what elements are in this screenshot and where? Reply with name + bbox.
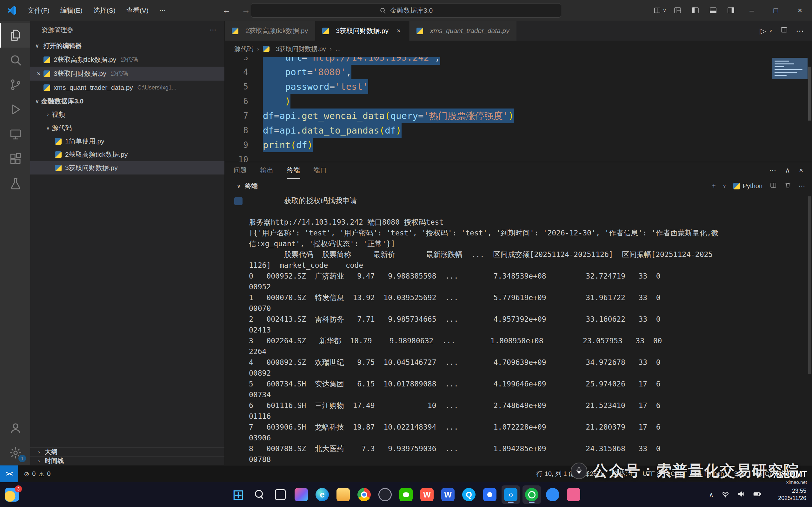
code-line-9[interactable]: 9 print(df) — [225, 138, 767, 152]
panel-more-icon[interactable]: ⋯ — [769, 166, 776, 174]
window-maximize-button[interactable]: □ — [764, 0, 788, 21]
taskbar-dingtalk-icon[interactable] — [543, 486, 562, 504]
terminal-tab-python[interactable]: Python — [733, 182, 762, 190]
tree-item-金融数据库3.0[interactable]: ∨ 金融数据库3.0 — [30, 95, 224, 108]
terminal-profile-dropdown-icon[interactable]: ∨ — [723, 183, 726, 189]
status-item[interactable]: {} Python — [697, 470, 724, 477]
taskbar-edge-browser-icon[interactable]: e — [313, 486, 331, 504]
taskbar-bilibili-icon[interactable] — [564, 486, 583, 504]
remote-indicator[interactable]: >< — [0, 465, 18, 482]
kill-terminal-icon[interactable] — [784, 181, 792, 191]
close-tab-icon[interactable]: × — [395, 27, 402, 35]
sidebar-more-icon[interactable]: ⋯ — [210, 26, 216, 34]
panel-close-icon[interactable]: × — [799, 166, 803, 174]
editor-more-icon[interactable]: ⋯ — [796, 26, 804, 36]
notifications-bell-icon[interactable] — [797, 470, 804, 477]
code-line-10[interactable]: 10 — [225, 152, 767, 162]
taskbar-file-explorer-icon[interactable] — [334, 486, 353, 504]
menu-item-1[interactable]: 编辑(E) — [55, 0, 88, 21]
problems-status[interactable]: ⊘ 0 ⚠ 0 — [18, 470, 50, 478]
breadcrumb-item[interactable]: ... — [335, 45, 341, 53]
status-item[interactable]: 3.35 — [734, 470, 747, 477]
code-editor[interactable]: 3 url='http://14.103.193.242', 4 port='8… — [225, 57, 812, 162]
run-python-button[interactable]: ▷ — [760, 26, 766, 36]
menu-more-icon[interactable]: ⋯ — [154, 0, 171, 21]
toggle-sidebar-icon[interactable] — [686, 0, 704, 21]
tree-item-源代码[interactable]: ∨ 源代码 — [30, 121, 224, 134]
taskbar-clock[interactable]: 23:55 2025/11/26 — [778, 487, 806, 502]
code-line-3[interactable]: 3 url='http://14.103.193.242', — [225, 57, 767, 65]
breadcrumb-item[interactable]: 3获取问财数据.py — [263, 45, 326, 53]
editor-tab[interactable]: xms_quant_trader_data.py — [410, 21, 517, 41]
window-close-button[interactable]: × — [788, 0, 812, 21]
code-line-5[interactable]: 5 password='test' — [225, 79, 767, 94]
activity-search-icon[interactable] — [0, 48, 30, 72]
activity-run-debug-icon[interactable] — [0, 97, 30, 122]
breadcrumb-item[interactable]: 源代码 — [234, 45, 253, 53]
customize-layout-icon[interactable] — [668, 0, 686, 21]
status-item[interactable]: ◉ Go Live — [757, 470, 787, 478]
tray-expand-icon[interactable]: ∧ — [709, 491, 714, 498]
taskbar-task-view-icon[interactable] — [271, 486, 289, 504]
activity-extensions-icon[interactable] — [0, 147, 30, 171]
minimap[interactable] — [772, 57, 808, 162]
taskbar-search-icon[interactable] — [250, 486, 269, 504]
status-item[interactable]: 行 10, 列 1 (已选择267) — [536, 469, 602, 478]
window-minimize-button[interactable]: – — [740, 0, 764, 21]
panel-maximize-icon[interactable]: ∧ — [785, 166, 790, 174]
taskbar-wps-icon[interactable]: W — [418, 486, 436, 504]
vscode-logo-icon[interactable] — [6, 4, 18, 16]
activity-source-control-icon[interactable] — [0, 72, 30, 97]
taskbar-netdisk-icon[interactable] — [481, 486, 499, 504]
new-terminal-icon[interactable]: + — [712, 182, 716, 190]
open-editor-item[interactable]: xms_quant_trader_data.py C:\Users\lxg1..… — [30, 80, 224, 95]
status-item[interactable]: 空格: 4 — [613, 469, 632, 478]
taskbar-chrome-browser-icon[interactable] — [355, 486, 373, 504]
terminal-output[interactable]: 获取的授权码找我申请 服务器http://14.103.193.242 端口80… — [225, 193, 812, 465]
panel-tab-问题[interactable]: 问题 — [234, 162, 247, 179]
taskbar-wechat-icon[interactable] — [397, 486, 415, 504]
menu-item-0[interactable]: 文件(F) — [22, 0, 55, 21]
activity-testing-icon[interactable] — [0, 171, 30, 196]
activity-explorer-icon[interactable] — [0, 23, 30, 48]
toggle-panel-icon[interactable] — [704, 0, 722, 21]
weather-widget[interactable]: 3 — [5, 488, 19, 502]
open-editor-item[interactable]: × 3获取问财数据.py 源代码 — [30, 67, 224, 80]
tree-item-1简单使用.py[interactable]: 1简单使用.py — [30, 134, 224, 148]
nav-back-icon[interactable]: ← — [222, 5, 231, 15]
taskbar-word-icon[interactable]: W — [439, 486, 457, 504]
panel-tab-终端[interactable]: 终端 — [287, 162, 300, 179]
command-center-search[interactable]: 金融数据库3.0 — [251, 3, 561, 18]
nav-forward-icon[interactable]: → — [241, 5, 250, 15]
open-editor-item[interactable]: 2获取高频tick数据.py 源代码 — [30, 53, 224, 67]
activity-remote-explorer-icon[interactable] — [0, 122, 30, 147]
wifi-icon[interactable] — [721, 490, 729, 500]
tree-item-2获取高频tick数据.py[interactable]: 2获取高频tick数据.py — [30, 148, 224, 161]
terminal-more-icon[interactable]: ⋯ — [799, 182, 805, 190]
menu-item-3[interactable]: 查看(V) — [121, 0, 154, 21]
panel-tab-输出[interactable]: 输出 — [260, 162, 274, 179]
split-terminal-icon[interactable] — [769, 181, 777, 191]
taskbar-obs-icon[interactable] — [376, 486, 394, 504]
status-item[interactable]: UTF-8 — [643, 470, 661, 477]
taskbar-wechat-work-icon[interactable] — [523, 486, 541, 504]
menu-item-2[interactable]: 选择(S) — [88, 0, 121, 21]
taskbar-qq-icon[interactable]: Q — [459, 486, 478, 504]
run-dropdown-icon[interactable]: ∨ — [769, 28, 772, 33]
editor-scrollbar[interactable] — [808, 67, 811, 121]
status-item[interactable]: CRLF — [671, 470, 687, 477]
terminal-title[interactable]: ∨ 终端 — [235, 182, 258, 190]
close-editor-icon[interactable]: × — [34, 70, 44, 77]
editor-tab[interactable]: 2获取高频tick数据.py — [225, 21, 315, 41]
code-line-4[interactable]: 4 port='8080', — [225, 65, 767, 79]
tree-item-3获取问财数据.py[interactable]: 3获取问财数据.py — [30, 161, 224, 174]
tree-item-视频[interactable]: › 视频 — [30, 108, 224, 121]
code-line-6[interactable]: 6 ) — [225, 94, 767, 109]
split-window-dropdown-icon[interactable]: ∨ — [651, 0, 668, 21]
toggle-secondary-sidebar-icon[interactable] — [722, 0, 740, 21]
taskbar-photos-icon[interactable] — [292, 486, 311, 504]
sidebar-section-时间线[interactable]: › 时间线 — [30, 456, 224, 465]
split-editor-icon[interactable] — [780, 26, 788, 36]
panel-tab-端口[interactable]: 端口 — [314, 162, 327, 179]
volume-icon[interactable] — [737, 490, 745, 500]
